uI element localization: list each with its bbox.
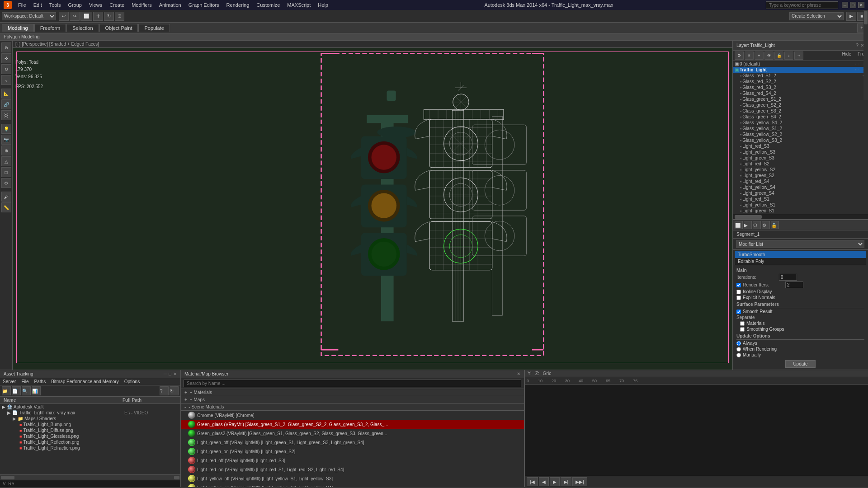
play-btn[interactable]: ▶	[846, 12, 856, 21]
modifier-list-select[interactable]: Modifier List	[736, 240, 864, 248]
geo-btn[interactable]: □	[1, 167, 11, 177]
layer-item-light-green-s3[interactable]: ▪ Light_green_S3	[733, 155, 868, 161]
playback-play-btn[interactable]: ▶	[550, 477, 560, 486]
menu-rendering[interactable]: Rendering	[223, 1, 253, 9]
layer-item-glass-red-s3-2[interactable]: ▪ Glass_red_S3_2	[733, 84, 868, 90]
scale-btn[interactable]: ⧖	[115, 12, 124, 21]
materials-checkbox[interactable]	[740, 321, 745, 326]
light-btn[interactable]: 💡	[1, 124, 11, 134]
paint-btn[interactable]: 🖌	[1, 192, 11, 202]
layer-item-glass-yellow-s3-2[interactable]: ▪ Glass_yellow_S3_2	[733, 137, 868, 143]
asset-menu-bitmap[interactable]: Bitmap Performance and Memory	[48, 378, 122, 385]
maximize-btn[interactable]: □	[850, 2, 856, 8]
layer-item-traffic-light[interactable]: ▣ Traffic_Light ··· ···	[733, 67, 868, 73]
layer-lock-btn[interactable]: 🔒	[774, 52, 783, 60]
asset-item-reflection[interactable]: ■ Traffic_Light_Reflection.png	[0, 439, 180, 445]
playback-start-btn[interactable]: |◀	[527, 477, 538, 486]
smooth-result-checkbox[interactable]	[736, 310, 741, 314]
shape-btn[interactable]: △	[1, 156, 11, 166]
select-obj-btn[interactable]: ⬜	[80, 12, 92, 21]
search-input[interactable]	[766, 1, 838, 9]
menu-file[interactable]: File	[14, 1, 30, 9]
menu-customize[interactable]: Customize	[253, 1, 283, 9]
mat-item-green-glass[interactable]: Green_glass (VRayMtl) [Glass_green_S1_2,…	[181, 420, 524, 429]
asset-maximize-btn[interactable]: □	[169, 371, 171, 376]
unlink-btn[interactable]: ⛓	[1, 110, 11, 120]
layer-item-glass-green-s4-2[interactable]: ▪ Glass_green_S4_2	[733, 114, 868, 120]
isoline-checkbox[interactable]	[736, 290, 741, 294]
layer-close2-btn[interactable]: ✕	[745, 52, 754, 60]
asset-minimize-btn[interactable]: ─	[164, 371, 167, 376]
layer-item-glass-red-s4-2[interactable]: ▪ Glass_red_S4_2	[733, 90, 868, 96]
playback-prev-btn[interactable]: ◀	[539, 477, 549, 486]
asset-tb-btn1[interactable]: 📁	[2, 386, 11, 395]
system-btn[interactable]: ⚙	[1, 178, 11, 188]
asset-item-diffuse[interactable]: ■ Traffic_Light_Diffuse.png	[0, 427, 180, 433]
asset-menu-server[interactable]: Server	[0, 378, 19, 385]
asset-tb-btn2[interactable]: 📄	[12, 386, 21, 395]
explicit-normals-checkbox[interactable]	[736, 296, 741, 300]
link-btn[interactable]: 🔗	[1, 99, 11, 109]
tab-freeform[interactable]: Freeform	[34, 24, 66, 32]
asset-menu-options[interactable]: Options	[122, 378, 142, 385]
playback-next-btn[interactable]: ▶|	[561, 477, 572, 486]
minimize-btn[interactable]: ─	[842, 2, 848, 8]
layer-item-light-red-s4[interactable]: ▪ Light_red_S4	[733, 178, 868, 184]
layer-item-light-red-s2[interactable]: ▪ Light_red_S2	[733, 161, 868, 167]
menu-maxscript[interactable]: MAXScript	[283, 1, 314, 9]
asset-tb-btn4[interactable]: 📊	[32, 386, 41, 395]
create-selection-dropdown[interactable]: Create Selection	[789, 12, 844, 20]
asset-close-btn[interactable]: ✕	[173, 371, 177, 376]
asset-tree[interactable]: ▶ 🏦 Autodesk Vault ▶ 📄 Traffic_Light_max…	[0, 404, 180, 474]
tab-object-paint[interactable]: Object Paint	[99, 24, 138, 32]
layer-help-btn[interactable]: ?	[856, 42, 859, 48]
tab-populate[interactable]: Populate	[138, 24, 170, 32]
rotate-btn[interactable]: ↻	[104, 12, 114, 21]
mat-scrollbar[interactable]	[863, 10, 868, 100]
when-rendering-radio[interactable]	[736, 347, 741, 352]
editable-poly-modifier[interactable]: Editable Poly	[735, 258, 866, 265]
asset-item-maxfile[interactable]: ▶ 📄 Traffic_Light_max_vray.max E:\ - VID…	[0, 410, 180, 416]
camera-btn[interactable]: 📷	[1, 135, 11, 145]
close-btn[interactable]: ✕	[858, 2, 864, 8]
mod-icon-btn5[interactable]: 🔒	[771, 221, 779, 229]
manually-radio[interactable]	[736, 353, 741, 357]
mat-search-input[interactable]	[184, 380, 521, 387]
mat-item-chrome[interactable]: Chrome (VRayMtl) [Chrome]	[181, 411, 524, 420]
mat-item-green-glass2[interactable]: Green_glass2 (VRayMtl) [Glass_green_S1, …	[181, 429, 524, 438]
mat-close-btn[interactable]: ✕	[517, 371, 520, 376]
scale-tool-btn[interactable]: ⬦	[1, 75, 11, 85]
layer-move2-btn[interactable]: ↔	[794, 52, 803, 60]
select-tool-btn[interactable]: 🖱	[1, 42, 11, 52]
viewport[interactable]: [+] [Perspective] [Shaded + Edged Faces]…	[13, 41, 732, 370]
update-button[interactable]: Update	[785, 360, 815, 368]
mod-icon-btn3[interactable]: ⬡	[753, 221, 761, 229]
mat-section-scene-materials[interactable]: - - Scene Materials	[181, 404, 524, 411]
render-iters-checkbox[interactable]	[736, 283, 741, 287]
layer-item-glass-green-s1-2[interactable]: ▪ Glass_green_S1_2	[733, 96, 868, 102]
menu-edit[interactable]: Edit	[30, 1, 46, 9]
layer-item-glass-yellow-s1-2[interactable]: ▪ Glass_yellow_S1_2	[733, 126, 868, 131]
layer-item-glass-yellow-s4-2[interactable]: ▪ Glass_yellow_S4_2	[733, 120, 868, 126]
mat-section-maps[interactable]: + + Maps	[181, 396, 524, 404]
layer-item-light-green-s1[interactable]: ▪ Light_green_S1	[733, 208, 868, 214]
iterations-input[interactable]	[779, 274, 797, 281]
rotate-tool-btn[interactable]: ↻	[1, 64, 11, 74]
layer-item-light-yellow-s3[interactable]: ▪ Light_yellow_S3	[733, 149, 868, 155]
menu-tools[interactable]: Tools	[46, 1, 65, 9]
layer-settings-btn[interactable]: ⚙	[735, 52, 744, 60]
asset-item-glossiness[interactable]: ■ Traffic_Light_Glossiess.png	[0, 433, 180, 439]
menu-graph-editors[interactable]: Graph Editors	[185, 1, 223, 9]
asset-menu-file[interactable]: File	[19, 378, 31, 385]
layer-item-glass-yellow-s2-2[interactable]: ▪ Glass_yellow_S2_2	[733, 131, 868, 137]
mat-item-light-yellow-off[interactable]: Light_yellow_off (VRayLightMtl) [Light_y…	[181, 474, 524, 483]
layer-item-glass-red-s1-2[interactable]: ▪ Glass_red_S1_2 ···	[733, 73, 868, 79]
mat-item-light-red-off[interactable]: Light_red_off (VRayLightMtl) [Light_red_…	[181, 456, 524, 465]
smoothing-groups-checkbox[interactable]	[740, 327, 745, 332]
layer-item-light-yellow-s2[interactable]: ▪ Light_yellow_S2	[733, 167, 868, 173]
menu-group[interactable]: Group	[64, 1, 85, 9]
menu-animation[interactable]: Animation	[156, 1, 185, 9]
viewport-canvas[interactable]: Polys: Total 179 370 Verts: 96 825 FPS: …	[13, 48, 732, 367]
asset-item-refraction[interactable]: ■ Traffic_Light_Refraction.png	[0, 445, 180, 451]
layer-eye-btn[interactable]: 👁	[764, 52, 774, 60]
